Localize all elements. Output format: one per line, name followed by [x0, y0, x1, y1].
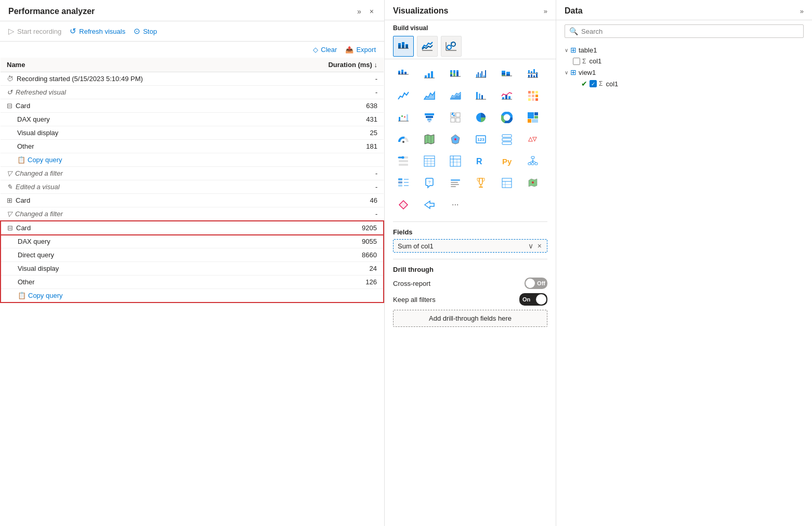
viz-btn-stacked-bar[interactable]	[393, 63, 414, 84]
viz-btn-arrow[interactable]	[419, 194, 440, 215]
svg-rect-66	[528, 91, 531, 94]
expand-icon[interactable]: »	[355, 6, 363, 17]
viz-btn-scatter-matrix[interactable]	[445, 107, 466, 128]
viz-btn-heatmap[interactable]	[522, 85, 543, 106]
data-title: Data	[565, 6, 583, 16]
viz-btn-small-multiples[interactable]	[522, 63, 543, 84]
svg-rect-97	[534, 112, 538, 115]
viz-btn-line[interactable]	[393, 85, 414, 106]
viz-btn-100pct-bar[interactable]	[445, 63, 466, 84]
add-drillthrough-field[interactable]: Add drill-through fields here	[393, 310, 547, 327]
field-remove-button[interactable]: ×	[536, 242, 543, 250]
viz-btn-gauge[interactable]	[393, 129, 414, 150]
tree-item-table1[interactable]: ∨ ⊞ table1	[556, 44, 812, 56]
viz-btn-card[interactable]: 123	[470, 129, 491, 150]
cross-report-toggle[interactable]: Off	[525, 278, 547, 289]
refresh-visuals-label: Refresh visuals	[79, 28, 125, 35]
viz-btn-area[interactable]	[419, 85, 440, 106]
viz-btn-pie[interactable]	[470, 107, 491, 128]
svg-rect-143	[451, 179, 460, 181]
stop-button[interactable]: ⊙ Stop	[134, 27, 157, 36]
viz-btn-decomposition[interactable]	[522, 151, 543, 172]
table-row[interactable]: ⊞Card 46	[1, 194, 384, 207]
viz-btn-clustered-bar[interactable]	[470, 63, 491, 84]
tree-item-table1-col1[interactable]: Σ col1	[556, 56, 812, 67]
table1-col1-checkbox[interactable]	[573, 58, 580, 65]
clear-label: Clear	[321, 46, 337, 54]
viz-btn-slicer[interactable]	[393, 151, 414, 172]
search-input[interactable]	[581, 28, 799, 35]
svg-point-89	[453, 115, 454, 116]
close-icon[interactable]: ×	[368, 6, 376, 17]
viz-btn-treemap[interactable]	[522, 107, 543, 128]
svg-rect-39	[502, 71, 505, 73]
viz-btn-more[interactable]: ···	[445, 194, 466, 215]
svg-rect-148	[479, 187, 483, 188]
svg-rect-78	[407, 114, 408, 121]
table-row[interactable]: ⊟Card 638	[1, 99, 384, 113]
viz-btn-stacked-area[interactable]	[445, 85, 466, 106]
viz-btn-shape[interactable]	[393, 194, 414, 215]
data-expand-icon[interactable]: »	[800, 7, 804, 15]
export-button[interactable]: 📤 Export	[345, 46, 376, 54]
viz-btn-r-visual[interactable]: R	[470, 151, 491, 172]
name-column-header: Name	[1, 58, 271, 72]
copy-query-link[interactable]: 📋 Copy query	[17, 156, 265, 164]
svg-text:?: ?	[428, 180, 431, 185]
viz-btn-trophy[interactable]	[470, 173, 491, 193]
viz-icon-scatter[interactable]	[441, 36, 462, 57]
duration-column-header[interactable]: Duration (ms) ↓	[271, 58, 384, 72]
svg-rect-77	[404, 116, 405, 117]
fields-section: Fields Sum of col1 ∨ ×	[385, 224, 556, 257]
viz-btn-hierarchy[interactable]	[393, 173, 414, 193]
clear-button[interactable]: ◇ Clear	[313, 46, 337, 54]
viz-icon-stacked-bar[interactable]	[393, 36, 414, 57]
view1-col1-checkbox[interactable]	[590, 80, 597, 87]
svg-rect-70	[532, 95, 534, 97]
export-label: Export	[356, 46, 376, 54]
viz-btn-kpi[interactable]: △▽	[522, 129, 543, 150]
viz-btn-stacked-bar2[interactable]	[496, 63, 517, 84]
viz-btn-filled-map[interactable]	[445, 129, 466, 150]
viz-btn-python-visual[interactable]: Py	[496, 151, 517, 172]
viz-btn-donut[interactable]	[496, 107, 517, 128]
copy-query-link2[interactable]: 📋 Copy query	[18, 292, 265, 299]
refresh-visuals-button[interactable]: ↺ Refresh visuals	[70, 27, 125, 36]
viz-btn-azure-map[interactable]	[522, 173, 543, 193]
viz-btn-map[interactable]	[419, 129, 440, 150]
svg-rect-43	[506, 74, 510, 76]
viz-btn-qa[interactable]: ?	[419, 173, 440, 193]
tree-item-view1[interactable]: ∨ ⊞ view1	[556, 67, 812, 78]
svg-rect-52	[533, 75, 535, 77]
start-recording-button[interactable]: ▷ Start recording	[8, 27, 61, 36]
viz-btn-table[interactable]	[419, 151, 440, 172]
svg-rect-28	[453, 73, 455, 76]
viz-btn-funnel[interactable]	[419, 107, 440, 128]
field-chevron-down-button[interactable]: ∨	[527, 242, 534, 250]
svg-rect-26	[450, 74, 452, 76]
viz-btn-smart-narrative[interactable]	[445, 173, 466, 193]
table-row-highlighted[interactable]: ⊟Card 9205	[1, 221, 384, 235]
viz-btn-bar[interactable]	[419, 63, 440, 84]
sigma-icon: Σ	[582, 58, 586, 65]
svg-rect-29	[456, 70, 459, 72]
table-icon: ⊞	[570, 46, 577, 54]
viz-type-icons-row	[385, 34, 556, 59]
svg-rect-98	[534, 116, 538, 119]
svg-rect-136	[398, 178, 402, 180]
svg-rect-130	[531, 163, 534, 165]
keep-filters-toggle[interactable]: On	[519, 293, 547, 306]
viz-btn-ribbon[interactable]	[470, 85, 491, 106]
viz-btn-waterfall[interactable]	[393, 107, 414, 128]
viz-btn-multirow-card[interactable]	[496, 129, 517, 150]
svg-rect-113	[399, 160, 408, 162]
viz-icon-line[interactable]	[417, 36, 438, 57]
viz-btn-combo[interactable]	[496, 85, 517, 106]
viz-btn-matrix[interactable]	[445, 151, 466, 172]
search-icon: 🔍	[569, 27, 578, 35]
svg-rect-106	[502, 135, 512, 137]
viz-expand-icon[interactable]: »	[544, 7, 547, 15]
viz-btn-paginated[interactable]	[496, 173, 517, 193]
svg-rect-58	[476, 92, 478, 99]
tree-item-view1-col1[interactable]: ✔ Σ col1	[556, 78, 812, 89]
